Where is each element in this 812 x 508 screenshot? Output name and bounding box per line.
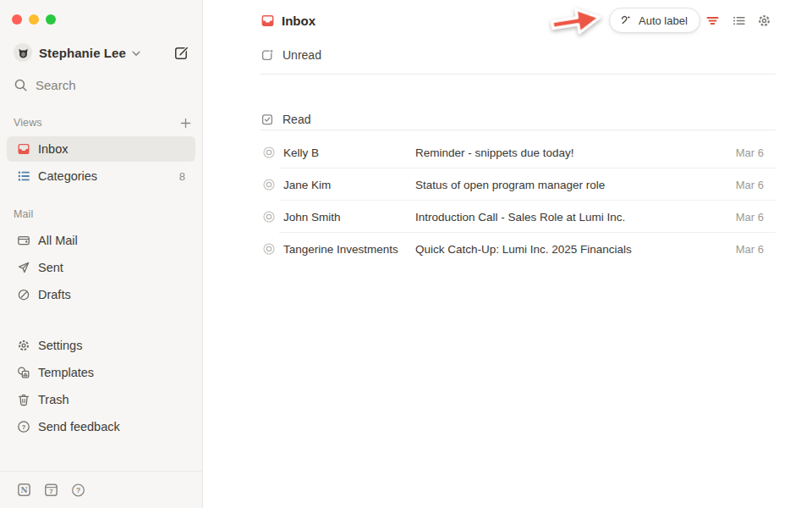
email-subject: Quick Catch-Up: Lumi Inc. 2025 Financial… bbox=[415, 243, 736, 256]
sidebar-item-trash[interactable]: Trash bbox=[7, 387, 195, 412]
views-label: Views bbox=[14, 117, 42, 129]
email-subject: Status of open program manager role bbox=[415, 179, 736, 191]
categories-icon bbox=[17, 169, 30, 183]
inbox-icon bbox=[261, 14, 275, 28]
read-status-icon[interactable] bbox=[262, 178, 276, 191]
plus-icon bbox=[179, 117, 192, 130]
read-status-icon[interactable] bbox=[262, 146, 276, 159]
gear-icon bbox=[757, 14, 771, 28]
unread-icon bbox=[261, 48, 274, 62]
chevron-down-icon bbox=[132, 51, 140, 57]
close-window-button[interactable] bbox=[12, 14, 22, 25]
sidebar-item-label: Settings bbox=[38, 339, 82, 352]
profile-name: Stephanie Lee bbox=[39, 46, 126, 60]
calendar-icon[interactable]: 7 bbox=[44, 483, 58, 497]
coach-mark-arrow bbox=[546, 2, 607, 41]
search-icon bbox=[14, 78, 28, 92]
templates-shapes-icon bbox=[17, 366, 30, 379]
compose-button[interactable] bbox=[172, 43, 190, 62]
paper-plane-icon bbox=[17, 261, 30, 274]
email-date: Mar 6 bbox=[736, 146, 776, 159]
email-row[interactable]: Kelly B Reminder - snippets due today! M… bbox=[260, 136, 776, 168]
svg-text:?: ? bbox=[76, 486, 80, 494]
sidebar-item-drafts[interactable]: Drafts bbox=[7, 282, 195, 307]
sidebar-item-label: Trash bbox=[38, 393, 69, 406]
list-view-button[interactable] bbox=[731, 13, 746, 28]
draft-pencil-circle-icon bbox=[17, 288, 30, 301]
email-row[interactable]: John Smith Introduction Call - Sales Rol… bbox=[260, 201, 776, 233]
zoom-window-button[interactable] bbox=[46, 14, 56, 25]
read-section-label: Read bbox=[283, 113, 310, 126]
sidebar-item-categories[interactable]: Categories 8 bbox=[7, 163, 195, 189]
read-status-icon[interactable] bbox=[262, 242, 276, 256]
all-mail-icon bbox=[17, 234, 30, 247]
minimize-window-button[interactable] bbox=[29, 14, 39, 25]
account-switcher[interactable]: Stephanie Lee bbox=[14, 41, 190, 64]
filter-icon bbox=[705, 14, 720, 28]
email-row[interactable]: Tangerine Investments Quick Catch-Up: Lu… bbox=[260, 233, 776, 265]
email-date: Mar 6 bbox=[736, 179, 776, 191]
inbox-main-pane: Inbox Auto label bbox=[204, 0, 812, 508]
divider bbox=[260, 74, 776, 75]
sidebar-item-label: Drafts bbox=[38, 288, 71, 301]
window-controls bbox=[12, 14, 56, 25]
read-section-header[interactable]: Read bbox=[261, 108, 310, 131]
email-sender: Tangerine Investments bbox=[283, 243, 415, 256]
email-sender: Jane Kim bbox=[283, 179, 415, 191]
search-label: Search bbox=[36, 78, 76, 92]
sidebar-item-label: Send feedback bbox=[38, 420, 120, 433]
email-subject: Introduction Call - Sales Role at Lumi I… bbox=[415, 211, 736, 224]
read-status-icon[interactable] bbox=[262, 210, 276, 224]
sidebar-item-label: Sent bbox=[38, 261, 63, 274]
compose-icon bbox=[173, 45, 189, 61]
unread-section-label: Unread bbox=[283, 48, 321, 62]
email-sender: John Smith bbox=[283, 211, 415, 224]
email-date: Mar 6 bbox=[736, 243, 776, 256]
search-button[interactable]: Search bbox=[14, 72, 76, 97]
auto-label-button-label: Auto label bbox=[639, 14, 688, 27]
unread-section-header[interactable]: Unread bbox=[261, 43, 321, 67]
auto-label-button[interactable]: Auto label bbox=[609, 8, 700, 33]
sidebar-item-settings[interactable]: Settings bbox=[7, 333, 195, 358]
sidebar-item-label: Inbox bbox=[38, 142, 68, 156]
sidebar-item-label: Categories bbox=[38, 169, 97, 183]
sidebar-item-sent[interactable]: Sent bbox=[7, 255, 195, 280]
email-sender: Kelly B bbox=[283, 146, 415, 159]
sidebar: Stephanie Lee bbox=[0, 0, 203, 508]
filter-button[interactable] bbox=[705, 13, 720, 28]
read-checkbox-icon bbox=[261, 113, 274, 126]
notion-logo-icon[interactable]: N bbox=[17, 483, 31, 497]
sidebar-item-templates[interactable]: Templates bbox=[7, 360, 195, 385]
mail-label: Mail bbox=[14, 208, 33, 220]
svg-text:?: ? bbox=[22, 423, 26, 431]
email-row[interactable]: Jane Kim Status of open program manager … bbox=[260, 168, 776, 201]
sidebar-item-all-mail[interactable]: All Mail bbox=[7, 228, 195, 253]
svg-text:N: N bbox=[20, 486, 27, 494]
sidebar-item-send-feedback[interactable]: ? Send feedback bbox=[7, 414, 195, 439]
trash-icon bbox=[17, 393, 30, 406]
question-circle-icon: ? bbox=[17, 420, 30, 433]
sidebar-footer: N 7 ? bbox=[0, 471, 202, 508]
email-subject: Reminder - snippets due today! bbox=[415, 146, 736, 159]
email-list: Kelly B Reminder - snippets due today! M… bbox=[260, 136, 776, 265]
page-title: Inbox bbox=[282, 14, 315, 28]
inbox-header: Inbox bbox=[261, 10, 315, 30]
sidebar-item-inbox[interactable]: Inbox bbox=[7, 136, 195, 162]
svg-text:7: 7 bbox=[49, 488, 53, 495]
mail-app-window: Stephanie Lee bbox=[0, 0, 812, 508]
settings-button[interactable] bbox=[756, 13, 771, 28]
divider bbox=[260, 130, 776, 130]
auto-label-sparkle-icon bbox=[619, 14, 633, 27]
avatar bbox=[14, 43, 32, 62]
inbox-icon bbox=[17, 142, 30, 156]
email-date: Mar 6 bbox=[736, 211, 776, 224]
sidebar-item-label: All Mail bbox=[38, 234, 78, 247]
help-button[interactable]: ? bbox=[71, 483, 85, 497]
sidebar-item-label: Templates bbox=[38, 366, 94, 379]
categories-count-badge: 8 bbox=[179, 170, 187, 183]
mail-section-header: Mail bbox=[14, 207, 192, 222]
views-section-header: Views bbox=[14, 115, 192, 130]
add-view-button[interactable] bbox=[178, 116, 192, 130]
list-view-icon bbox=[732, 14, 746, 28]
gear-icon bbox=[17, 339, 30, 352]
